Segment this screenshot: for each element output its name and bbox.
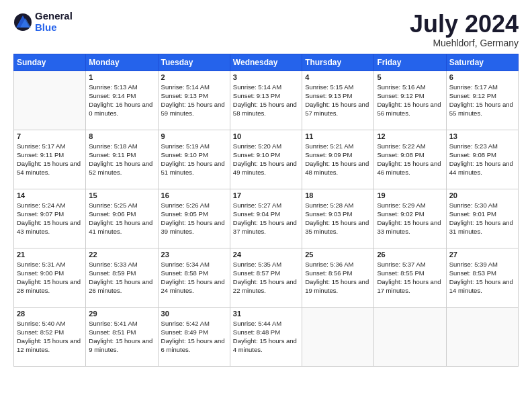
calendar-cell: 21Sunrise: 5:31 AMSunset: 9:00 PMDayligh… xyxy=(14,248,86,307)
calendar-container: General Blue July 2024 Muehldorf, German… xyxy=(0,0,532,373)
day-info: Sunrise: 5:18 AMSunset: 9:11 PMDaylight:… xyxy=(89,142,154,177)
day-number: 28 xyxy=(17,310,83,318)
day-number: 26 xyxy=(377,250,443,259)
day-number: 5 xyxy=(377,73,443,81)
calendar-week-4: 28Sunrise: 5:40 AMSunset: 8:52 PMDayligh… xyxy=(14,307,519,366)
calendar-cell: 27Sunrise: 5:39 AMSunset: 8:53 PMDayligh… xyxy=(446,248,518,307)
calendar-cell xyxy=(302,307,374,366)
calendar-cell: 10Sunrise: 5:20 AMSunset: 9:10 PMDayligh… xyxy=(230,130,302,189)
day-number: 2 xyxy=(161,73,227,81)
calendar-cell: 7Sunrise: 5:17 AMSunset: 9:11 PMDaylight… xyxy=(14,130,86,189)
day-info: Sunrise: 5:16 AMSunset: 9:12 PMDaylight:… xyxy=(377,83,443,118)
calendar-cell: 11Sunrise: 5:21 AMSunset: 9:09 PMDayligh… xyxy=(302,130,374,189)
day-info: Sunrise: 5:28 AMSunset: 9:03 PMDaylight:… xyxy=(305,201,371,236)
day-number: 29 xyxy=(89,310,154,318)
day-info: Sunrise: 5:36 AMSunset: 8:56 PMDaylight:… xyxy=(305,260,371,295)
day-info: Sunrise: 5:14 AMSunset: 9:13 PMDaylight:… xyxy=(161,83,227,118)
day-number: 7 xyxy=(17,132,83,140)
day-number: 12 xyxy=(377,132,443,140)
day-info: Sunrise: 5:31 AMSunset: 9:00 PMDaylight:… xyxy=(17,260,83,295)
location: Muehldorf, Germany xyxy=(410,38,519,48)
calendar-cell: 20Sunrise: 5:30 AMSunset: 9:01 PMDayligh… xyxy=(446,189,518,248)
day-info: Sunrise: 5:29 AMSunset: 9:02 PMDaylight:… xyxy=(377,201,443,236)
calendar-cell: 2Sunrise: 5:14 AMSunset: 9:13 PMDaylight… xyxy=(158,71,230,130)
day-info: Sunrise: 5:35 AMSunset: 8:57 PMDaylight:… xyxy=(233,260,299,295)
day-number: 1 xyxy=(89,73,154,81)
day-number: 15 xyxy=(89,191,154,199)
day-number: 20 xyxy=(449,191,515,199)
day-info: Sunrise: 5:20 AMSunset: 9:10 PMDaylight:… xyxy=(233,142,299,177)
calendar-cell: 12Sunrise: 5:22 AMSunset: 9:08 PMDayligh… xyxy=(374,130,446,189)
col-monday: Monday xyxy=(86,54,158,71)
calendar-cell: 6Sunrise: 5:17 AMSunset: 9:12 PMDaylight… xyxy=(446,71,518,130)
calendar-week-2: 14Sunrise: 5:24 AMSunset: 9:07 PMDayligh… xyxy=(14,189,519,248)
day-info: Sunrise: 5:30 AMSunset: 9:01 PMDaylight:… xyxy=(449,201,515,236)
day-info: Sunrise: 5:44 AMSunset: 8:48 PMDaylight:… xyxy=(233,319,299,355)
calendar-cell: 16Sunrise: 5:26 AMSunset: 9:05 PMDayligh… xyxy=(158,189,230,248)
day-number: 10 xyxy=(233,132,299,140)
day-info: Sunrise: 5:13 AMSunset: 9:14 PMDaylight:… xyxy=(89,83,154,118)
day-info: Sunrise: 5:27 AMSunset: 9:04 PMDaylight:… xyxy=(233,201,299,236)
calendar-table: Sunday Monday Tuesday Wednesday Thursday… xyxy=(13,54,519,367)
calendar-cell: 5Sunrise: 5:16 AMSunset: 9:12 PMDaylight… xyxy=(374,71,446,130)
day-number: 30 xyxy=(161,310,227,318)
day-info: Sunrise: 5:17 AMSunset: 9:12 PMDaylight:… xyxy=(449,83,515,118)
day-info: Sunrise: 5:37 AMSunset: 8:55 PMDaylight:… xyxy=(377,260,443,295)
calendar-cell: 24Sunrise: 5:35 AMSunset: 8:57 PMDayligh… xyxy=(230,248,302,307)
col-saturday: Saturday xyxy=(446,54,518,71)
day-number: 17 xyxy=(233,191,299,199)
day-number: 9 xyxy=(161,132,227,140)
title-block: July 2024 Muehldorf, Germany xyxy=(410,11,519,48)
day-info: Sunrise: 5:40 AMSunset: 8:52 PMDaylight:… xyxy=(17,319,83,355)
calendar-cell: 14Sunrise: 5:24 AMSunset: 9:07 PMDayligh… xyxy=(14,189,86,248)
day-number: 8 xyxy=(89,132,154,140)
day-number: 31 xyxy=(233,310,299,318)
col-thursday: Thursday xyxy=(302,54,374,71)
day-number: 23 xyxy=(161,250,227,259)
col-sunday: Sunday xyxy=(14,54,86,71)
day-number: 11 xyxy=(305,132,371,140)
logo-general: General xyxy=(35,11,73,22)
day-info: Sunrise: 5:19 AMSunset: 9:10 PMDaylight:… xyxy=(161,142,227,177)
calendar-cell: 13Sunrise: 5:23 AMSunset: 9:08 PMDayligh… xyxy=(446,130,518,189)
calendar-cell: 26Sunrise: 5:37 AMSunset: 8:55 PMDayligh… xyxy=(374,248,446,307)
calendar-cell: 29Sunrise: 5:41 AMSunset: 8:51 PMDayligh… xyxy=(86,307,158,366)
calendar-cell: 4Sunrise: 5:15 AMSunset: 9:13 PMDaylight… xyxy=(302,71,374,130)
col-tuesday: Tuesday xyxy=(158,54,230,71)
day-info: Sunrise: 5:14 AMSunset: 9:13 PMDaylight:… xyxy=(233,83,299,118)
day-info: Sunrise: 5:15 AMSunset: 9:13 PMDaylight:… xyxy=(305,83,371,118)
day-number: 18 xyxy=(305,191,371,199)
day-number: 25 xyxy=(305,250,371,259)
day-info: Sunrise: 5:24 AMSunset: 9:07 PMDaylight:… xyxy=(17,201,83,236)
day-number: 19 xyxy=(377,191,443,199)
calendar-cell xyxy=(14,71,86,130)
logo-blue: Blue xyxy=(35,22,73,34)
day-number: 22 xyxy=(89,250,154,259)
day-number: 6 xyxy=(449,73,515,81)
day-number: 3 xyxy=(233,73,299,81)
day-info: Sunrise: 5:34 AMSunset: 8:58 PMDaylight:… xyxy=(161,260,227,295)
calendar-cell: 31Sunrise: 5:44 AMSunset: 8:48 PMDayligh… xyxy=(230,307,302,366)
day-info: Sunrise: 5:23 AMSunset: 9:08 PMDaylight:… xyxy=(449,142,515,177)
calendar-week-3: 21Sunrise: 5:31 AMSunset: 9:00 PMDayligh… xyxy=(14,248,519,307)
logo-icon xyxy=(13,13,32,32)
calendar-cell: 19Sunrise: 5:29 AMSunset: 9:02 PMDayligh… xyxy=(374,189,446,248)
calendar-cell: 1Sunrise: 5:13 AMSunset: 9:14 PMDaylight… xyxy=(86,71,158,130)
day-info: Sunrise: 5:39 AMSunset: 8:53 PMDaylight:… xyxy=(449,260,515,295)
day-number: 24 xyxy=(233,250,299,259)
day-info: Sunrise: 5:17 AMSunset: 9:11 PMDaylight:… xyxy=(17,142,83,177)
calendar-week-1: 7Sunrise: 5:17 AMSunset: 9:11 PMDaylight… xyxy=(14,130,519,189)
calendar-body: 1Sunrise: 5:13 AMSunset: 9:14 PMDaylight… xyxy=(14,71,519,366)
day-number: 21 xyxy=(17,250,83,259)
calendar-cell: 22Sunrise: 5:33 AMSunset: 8:59 PMDayligh… xyxy=(86,248,158,307)
day-info: Sunrise: 5:22 AMSunset: 9:08 PMDaylight:… xyxy=(377,142,443,177)
calendar-cell: 3Sunrise: 5:14 AMSunset: 9:13 PMDaylight… xyxy=(230,71,302,130)
day-info: Sunrise: 5:42 AMSunset: 8:49 PMDaylight:… xyxy=(161,319,227,355)
day-info: Sunrise: 5:41 AMSunset: 8:51 PMDaylight:… xyxy=(89,319,154,355)
day-info: Sunrise: 5:21 AMSunset: 9:09 PMDaylight:… xyxy=(305,142,371,177)
logo: General Blue xyxy=(13,11,73,33)
month-year: July 2024 xyxy=(410,11,519,38)
day-number: 16 xyxy=(161,191,227,199)
calendar-cell: 23Sunrise: 5:34 AMSunset: 8:58 PMDayligh… xyxy=(158,248,230,307)
calendar-cell: 9Sunrise: 5:19 AMSunset: 9:10 PMDaylight… xyxy=(158,130,230,189)
